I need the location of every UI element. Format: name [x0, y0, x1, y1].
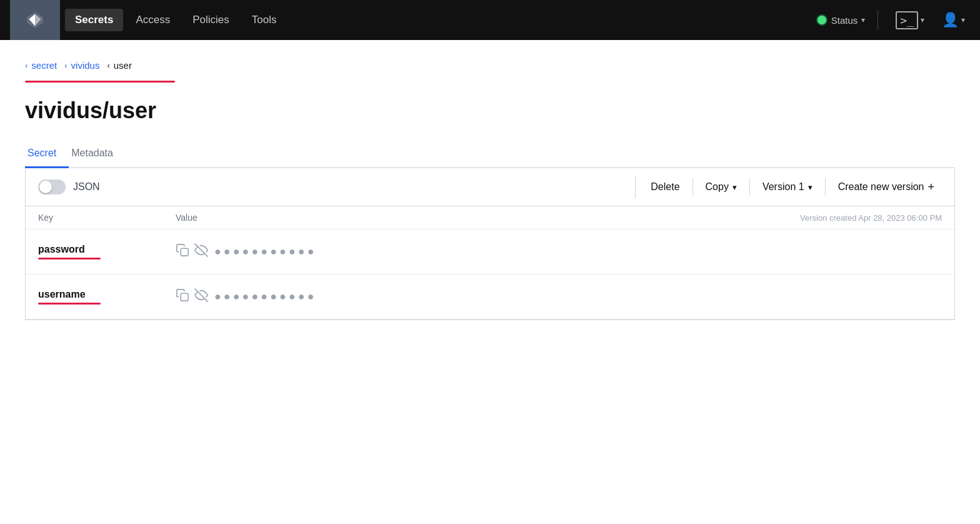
- row-value-password: ●●●●●●●●●●●: [176, 243, 942, 260]
- copy-value-icon-username[interactable]: [176, 288, 189, 305]
- terminal-icon: >_: [896, 11, 918, 29]
- nav-right: Status ▾ >_ ▾ 👤 ▾: [816, 9, 970, 32]
- nav-divider: [878, 10, 878, 30]
- svg-rect-5: [181, 293, 188, 301]
- nav-tools[interactable]: Tools: [242, 9, 287, 31]
- row-value-username: ●●●●●●●●●●●: [176, 288, 942, 305]
- terminal-button[interactable]: >_ ▾: [891, 9, 929, 32]
- row-key-username: username: [38, 289, 176, 305]
- user-button[interactable]: 👤 ▾: [937, 9, 970, 31]
- table-row: password: [26, 229, 954, 275]
- json-toggle[interactable]: [38, 179, 66, 194]
- copy-chevron-icon: ▾: [732, 183, 737, 192]
- user-chevron-icon: ▾: [961, 16, 965, 24]
- masked-value-password: ●●●●●●●●●●●: [214, 245, 317, 258]
- breadcrumb-user: ‹ user: [107, 60, 132, 71]
- eye-slash-icon-password[interactable]: [194, 243, 208, 260]
- masked-value-username: ●●●●●●●●●●●: [214, 290, 317, 303]
- table-header: Key Value Version created Apr 28, 2023 0…: [26, 206, 954, 229]
- page-title: vividus/user: [25, 98, 955, 124]
- toolbar-left: JSON: [38, 179, 628, 194]
- value-icons-username: [176, 288, 208, 305]
- breadcrumb-secret[interactable]: ‹ secret: [25, 60, 57, 71]
- create-version-button[interactable]: Create new version +: [831, 177, 942, 198]
- breadcrumb-underline: [25, 81, 175, 83]
- copy-value-icon-password[interactable]: [176, 243, 189, 260]
- tab-secret[interactable]: Secret: [25, 141, 69, 168]
- breadcrumb-chevron-secret: ‹: [25, 61, 28, 70]
- toolbar-divider-2: [692, 178, 693, 196]
- version-button[interactable]: Version 1 ▾: [755, 178, 820, 196]
- eye-slash-icon-username[interactable]: [194, 288, 208, 305]
- nav-links: Secrets Access Policies Tools: [65, 9, 816, 31]
- breadcrumb-chevron-user: ‹: [107, 61, 109, 70]
- copy-button[interactable]: Copy ▾: [698, 178, 744, 196]
- status-chevron-icon: ▾: [861, 16, 865, 24]
- svg-rect-3: [181, 248, 188, 256]
- nav-access[interactable]: Access: [126, 9, 180, 31]
- toggle-knob: [39, 181, 52, 193]
- nav-logo[interactable]: [10, 0, 60, 40]
- user-icon: 👤: [942, 12, 959, 28]
- breadcrumb: ‹ secret ‹ vividus ‹ user: [25, 60, 955, 71]
- version-info: Version created Apr 28, 2023 06:00 PM: [800, 213, 942, 223]
- col-header-value: Value: [176, 213, 800, 223]
- json-label: JSON: [73, 181, 100, 193]
- key-underline-username: [38, 303, 101, 305]
- breadcrumb-vividus[interactable]: ‹ vividus: [64, 60, 99, 71]
- toolbar-divider-3: [749, 178, 750, 196]
- toolbar-divider-4: [825, 178, 826, 196]
- status-dot: [816, 14, 828, 26]
- create-version-plus-icon: +: [928, 181, 934, 194]
- status-label: Status: [831, 15, 858, 26]
- table-area: Key Value Version created Apr 28, 2023 0…: [25, 206, 955, 320]
- toolbar: JSON Delete Copy ▾ Version 1 ▾ Create ne…: [25, 168, 955, 206]
- main-content: ‹ secret ‹ vividus ‹ user vividus/user S…: [0, 40, 980, 340]
- delete-button[interactable]: Delete: [643, 178, 687, 196]
- status-button[interactable]: Status ▾: [816, 14, 866, 26]
- toolbar-divider-1: [635, 176, 636, 198]
- nav-policies[interactable]: Policies: [182, 9, 239, 31]
- table-row: username: [26, 275, 954, 320]
- version-chevron-icon: ▾: [808, 183, 812, 192]
- row-key-password: password: [38, 244, 176, 259]
- value-icons-password: [176, 243, 208, 260]
- tab-metadata[interactable]: Metadata: [69, 141, 126, 168]
- col-header-key: Key: [38, 213, 176, 223]
- terminal-chevron-icon: ▾: [921, 16, 924, 24]
- breadcrumb-chevron-vividus: ‹: [64, 61, 67, 70]
- toolbar-actions: Delete Copy ▾ Version 1 ▾ Create new ver…: [643, 177, 942, 198]
- key-underline-password: [38, 258, 101, 259]
- tabs: Secret Metadata: [25, 141, 955, 168]
- nav-secrets[interactable]: Secrets: [65, 9, 123, 31]
- navbar: Secrets Access Policies Tools Status ▾ >…: [0, 0, 980, 40]
